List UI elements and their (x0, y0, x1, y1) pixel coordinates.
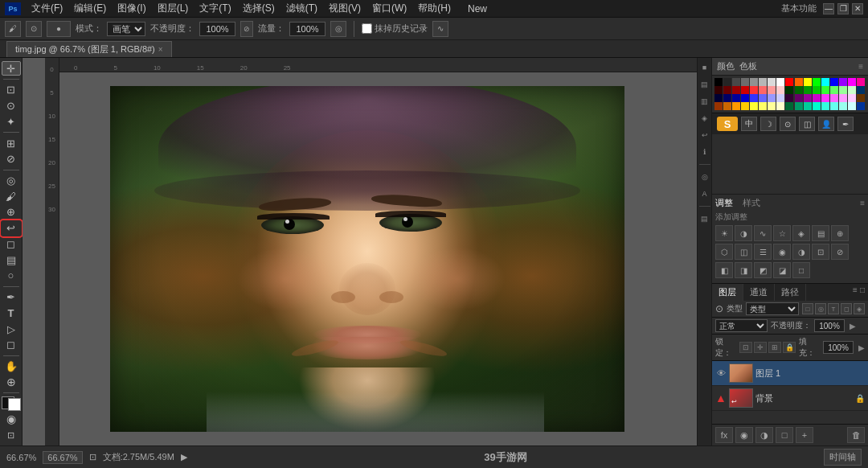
swatch-cyan[interactable] (821, 78, 829, 86)
adj-exposure[interactable]: ☆ (773, 225, 791, 241)
adj-pattern[interactable]: □ (792, 262, 810, 278)
swatch-tg4[interactable] (813, 102, 821, 110)
minimize-button[interactable]: — (823, 3, 834, 14)
menu-select[interactable]: 选择(S) (239, 1, 279, 16)
layer-adjustment-button[interactable]: ◑ (755, 427, 773, 443)
swatch-r1[interactable] (714, 86, 723, 94)
tool-dodge[interactable]: ○ (2, 269, 21, 283)
lock-position[interactable]: ✛ (754, 342, 767, 353)
layer-group-button[interactable]: □ (776, 427, 793, 443)
adj-bw[interactable]: ⬡ (715, 244, 733, 260)
restore-button[interactable]: ❐ (837, 3, 849, 14)
info-arrow[interactable]: ▶ (181, 452, 187, 462)
swatch-p2[interactable] (795, 94, 803, 102)
brush-preset[interactable]: ⊙ (26, 21, 42, 37)
tool-move[interactable]: ✛ (2, 61, 21, 76)
swatch-tg8[interactable] (848, 102, 856, 110)
swatch-p4[interactable] (813, 94, 821, 102)
swatch-br2[interactable] (714, 102, 723, 110)
swatch-black[interactable] (714, 78, 723, 86)
adj-solid-color[interactable]: ◩ (754, 262, 772, 278)
swatch-g4[interactable] (813, 86, 821, 94)
document-tab[interactable]: timg.jpg @ 66.7% (图层 1, RGB/8#) × (6, 41, 172, 57)
background-color[interactable] (8, 398, 21, 411)
tool-zoom-tool[interactable]: ⊕ (2, 375, 21, 389)
swatch-g5[interactable] (821, 86, 829, 94)
layer-delete-button[interactable]: 🗑 (847, 427, 865, 443)
tool-eyedropper[interactable]: ⊘ (2, 152, 21, 166)
filter-toggle-icon[interactable]: ⊙ (715, 303, 723, 314)
filter-text[interactable]: T (828, 303, 839, 314)
style-icon[interactable]: ◈ (698, 112, 711, 125)
tool-brush[interactable]: 🖌 (2, 189, 21, 203)
swatch-magenta[interactable] (848, 78, 856, 86)
adj-channel-mixer[interactable]: ☰ (754, 244, 772, 260)
swatch-y4[interactable] (759, 102, 767, 110)
menu-window[interactable]: 窗口(W) (368, 1, 411, 16)
layer-1-visibility[interactable]: 👁 (715, 367, 727, 379)
adj-hsl[interactable]: ▤ (812, 225, 829, 241)
menu-filter[interactable]: 滤镜(T) (282, 1, 321, 16)
tool-eraser[interactable]: ◻ (2, 237, 21, 252)
swatch-1[interactable] (723, 78, 731, 86)
swatch-r8[interactable] (776, 86, 784, 94)
swatch-white[interactable] (776, 78, 784, 86)
swatch-b1[interactable] (857, 86, 865, 94)
swatch-br1[interactable] (857, 94, 865, 102)
layer-item-bg[interactable]: ▲ ↩ 背景 🔒 (712, 386, 868, 411)
tool-hand[interactable]: ✋ (2, 359, 21, 373)
swatch-4[interactable] (750, 78, 758, 86)
adj-selective-color[interactable]: ◨ (735, 262, 752, 278)
history-icon[interactable]: ↩ (698, 129, 711, 142)
layer-blend-dropdown[interactable]: 正常 (715, 319, 768, 332)
swatch-6[interactable] (768, 78, 776, 86)
layers-panel-menu[interactable]: ≡ (853, 285, 858, 299)
layer-fx-button[interactable]: fx (715, 427, 733, 443)
filter-smart[interactable]: ◈ (854, 303, 865, 314)
adj-icon[interactable]: ◎ (698, 170, 711, 183)
color-tab[interactable]: 颜色 (717, 60, 735, 72)
filter-adj[interactable]: ◎ (815, 303, 826, 314)
tool-path-select[interactable]: ▷ (2, 322, 21, 336)
brush-size-icon[interactable]: ● (47, 21, 71, 37)
adj-gradient-fill[interactable]: ◪ (773, 262, 791, 278)
tool-preset-picker[interactable]: 🖌 (5, 21, 21, 37)
layer-new-button[interactable]: + (796, 427, 813, 443)
lock-artboard[interactable]: ⊞ (768, 342, 781, 353)
menu-image[interactable]: 图像(I) (113, 1, 149, 16)
swatch-g3[interactable] (804, 86, 812, 94)
swatch-r7[interactable] (768, 86, 776, 94)
color-icon[interactable]: ■ (698, 61, 711, 74)
swatch-p1[interactable] (785, 94, 793, 102)
menu-view[interactable]: 视图(V) (325, 1, 365, 16)
swatch-nb1[interactable] (857, 102, 865, 110)
brand-icon-5[interactable]: 👤 (818, 117, 834, 131)
swatch-tg6[interactable] (830, 102, 838, 110)
swatch-g1[interactable] (785, 86, 793, 94)
layer-fill-input[interactable] (823, 341, 854, 354)
swatch-br3[interactable] (723, 102, 731, 110)
filter-pixel[interactable]: □ (802, 303, 813, 314)
swatch-r3[interactable] (732, 86, 740, 94)
info-icon[interactable]: ℹ (698, 146, 711, 158)
tool-clone[interactable]: ⊕ (2, 205, 21, 220)
fg-bg-colors[interactable] (2, 396, 21, 411)
layer-opacity-input[interactable] (814, 319, 845, 332)
tool-shape[interactable]: ◻ (2, 338, 21, 352)
layers-tab-paths[interactable]: 路径 (775, 284, 806, 301)
tool-magic-wand[interactable]: ✦ (2, 115, 21, 129)
swatch-y1[interactable] (732, 102, 740, 110)
tool-quick-mask[interactable]: ◉ (2, 413, 21, 427)
tool-healer[interactable]: ◎ (2, 173, 21, 187)
swatch-tg7[interactable] (839, 102, 847, 110)
adj-gradient-map[interactable]: ◧ (715, 262, 733, 278)
adj-threshold[interactable]: ⊘ (831, 244, 849, 260)
swatch-tg2[interactable] (795, 102, 803, 110)
canvas-image[interactable] (110, 86, 624, 432)
filter-type-dropdown[interactable]: 类型 (746, 302, 799, 315)
layer-item-1[interactable]: 👁 图层 1 (712, 361, 868, 386)
lock-pixels[interactable]: ⊡ (739, 342, 752, 353)
swatch-violet[interactable] (839, 78, 847, 86)
swatch-tg3[interactable] (804, 102, 812, 110)
opacity-pressure[interactable]: ⊘ (240, 21, 253, 37)
